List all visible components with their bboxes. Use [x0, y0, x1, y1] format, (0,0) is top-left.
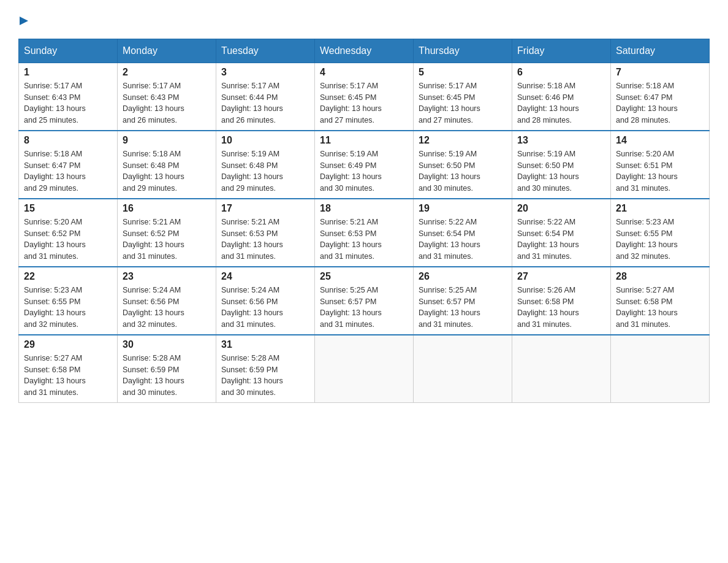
calendar-cell: 27Sunrise: 5:26 AMSunset: 6:58 PMDayligh… [512, 267, 611, 335]
calendar-cell [315, 335, 414, 403]
calendar-cell: 16Sunrise: 5:21 AMSunset: 6:52 PMDayligh… [118, 199, 216, 267]
calendar-cell: 7Sunrise: 5:18 AMSunset: 6:47 PMDaylight… [611, 63, 710, 131]
day-info: Sunrise: 5:20 AMSunset: 6:51 PMDaylight:… [616, 148, 704, 194]
calendar-cell: 8Sunrise: 5:18 AMSunset: 6:47 PMDaylight… [19, 131, 118, 199]
day-info: Sunrise: 5:19 AMSunset: 6:48 PMDaylight:… [221, 148, 309, 194]
header-monday: Monday [118, 39, 216, 63]
day-number: 12 [419, 135, 507, 146]
calendar-cell: 30Sunrise: 5:28 AMSunset: 6:59 PMDayligh… [118, 335, 216, 403]
day-number: 27 [517, 271, 605, 282]
calendar-cell: 9Sunrise: 5:18 AMSunset: 6:48 PMDaylight… [118, 131, 216, 199]
day-number: 13 [517, 135, 605, 146]
calendar-cell: 31Sunrise: 5:28 AMSunset: 6:59 PMDayligh… [216, 335, 315, 403]
day-number: 2 [123, 67, 211, 78]
day-info: Sunrise: 5:24 AMSunset: 6:56 PMDaylight:… [221, 285, 309, 331]
day-number: 29 [24, 339, 112, 350]
calendar-cell: 11Sunrise: 5:19 AMSunset: 6:49 PMDayligh… [315, 131, 414, 199]
day-number: 20 [517, 203, 605, 214]
header-thursday: Thursday [414, 39, 512, 63]
calendar-table: SundayMondayTuesdayWednesdayThursdayFrid… [18, 39, 710, 403]
day-number: 5 [419, 67, 507, 78]
calendar-cell: 21Sunrise: 5:23 AMSunset: 6:55 PMDayligh… [611, 199, 710, 267]
calendar-cell: 22Sunrise: 5:23 AMSunset: 6:55 PMDayligh… [19, 267, 118, 335]
calendar-cell [414, 335, 512, 403]
day-number: 24 [221, 271, 309, 282]
day-info: Sunrise: 5:17 AMSunset: 6:45 PMDaylight:… [320, 80, 408, 126]
calendar-cell: 5Sunrise: 5:17 AMSunset: 6:45 PMDaylight… [414, 63, 512, 131]
calendar-cell: 18Sunrise: 5:21 AMSunset: 6:53 PMDayligh… [315, 199, 414, 267]
day-info: Sunrise: 5:25 AMSunset: 6:57 PMDaylight:… [320, 285, 408, 331]
logo-arrow-wrapper [20, 15, 28, 29]
calendar-cell: 14Sunrise: 5:20 AMSunset: 6:51 PMDayligh… [611, 131, 710, 199]
header-friday: Friday [512, 39, 611, 63]
calendar-cell: 10Sunrise: 5:19 AMSunset: 6:48 PMDayligh… [216, 131, 315, 199]
calendar-week-row: 8Sunrise: 5:18 AMSunset: 6:47 PMDaylight… [19, 131, 710, 199]
day-info: Sunrise: 5:19 AMSunset: 6:49 PMDaylight:… [320, 148, 408, 194]
day-number: 11 [320, 135, 408, 146]
day-info: Sunrise: 5:18 AMSunset: 6:47 PMDaylight:… [616, 80, 704, 126]
calendar-cell: 13Sunrise: 5:19 AMSunset: 6:50 PMDayligh… [512, 131, 611, 199]
calendar-cell: 4Sunrise: 5:17 AMSunset: 6:45 PMDaylight… [315, 63, 414, 131]
calendar-week-row: 1Sunrise: 5:17 AMSunset: 6:43 PMDaylight… [19, 63, 710, 131]
day-number: 3 [221, 67, 309, 78]
day-info: Sunrise: 5:17 AMSunset: 6:45 PMDaylight:… [419, 80, 507, 126]
calendar-cell [512, 335, 611, 403]
calendar-week-row: 15Sunrise: 5:20 AMSunset: 6:52 PMDayligh… [19, 199, 710, 267]
day-number: 15 [24, 203, 112, 214]
day-info: Sunrise: 5:21 AMSunset: 6:53 PMDaylight:… [320, 216, 408, 262]
calendar-cell: 23Sunrise: 5:24 AMSunset: 6:56 PMDayligh… [118, 267, 216, 335]
calendar-cell: 1Sunrise: 5:17 AMSunset: 6:43 PMDaylight… [19, 63, 118, 131]
day-info: Sunrise: 5:21 AMSunset: 6:53 PMDaylight:… [221, 216, 309, 262]
calendar-header-row: SundayMondayTuesdayWednesdayThursdayFrid… [19, 39, 710, 63]
day-info: Sunrise: 5:25 AMSunset: 6:57 PMDaylight:… [419, 285, 507, 331]
header-tuesday: Tuesday [216, 39, 315, 63]
day-number: 21 [616, 203, 704, 214]
calendar-week-row: 29Sunrise: 5:27 AMSunset: 6:58 PMDayligh… [19, 335, 710, 403]
calendar-cell: 29Sunrise: 5:27 AMSunset: 6:58 PMDayligh… [19, 335, 118, 403]
day-info: Sunrise: 5:22 AMSunset: 6:54 PMDaylight:… [517, 216, 605, 262]
logo [18, 12, 28, 26]
calendar-cell: 2Sunrise: 5:17 AMSunset: 6:43 PMDaylight… [118, 63, 216, 131]
day-number: 25 [320, 271, 408, 282]
day-info: Sunrise: 5:27 AMSunset: 6:58 PMDaylight:… [24, 353, 112, 399]
page-header [18, 12, 710, 26]
calendar-cell: 6Sunrise: 5:18 AMSunset: 6:46 PMDaylight… [512, 63, 611, 131]
day-number: 8 [24, 135, 112, 146]
calendar-week-row: 22Sunrise: 5:23 AMSunset: 6:55 PMDayligh… [19, 267, 710, 335]
calendar-cell [611, 335, 710, 403]
day-info: Sunrise: 5:18 AMSunset: 6:46 PMDaylight:… [517, 80, 605, 126]
day-number: 16 [123, 203, 211, 214]
calendar-cell: 26Sunrise: 5:25 AMSunset: 6:57 PMDayligh… [414, 267, 512, 335]
day-info: Sunrise: 5:27 AMSunset: 6:58 PMDaylight:… [616, 285, 704, 331]
calendar-cell: 25Sunrise: 5:25 AMSunset: 6:57 PMDayligh… [315, 267, 414, 335]
calendar-cell: 17Sunrise: 5:21 AMSunset: 6:53 PMDayligh… [216, 199, 315, 267]
day-info: Sunrise: 5:28 AMSunset: 6:59 PMDaylight:… [221, 353, 309, 399]
calendar-cell: 19Sunrise: 5:22 AMSunset: 6:54 PMDayligh… [414, 199, 512, 267]
header-wednesday: Wednesday [315, 39, 414, 63]
day-info: Sunrise: 5:19 AMSunset: 6:50 PMDaylight:… [517, 148, 605, 194]
day-number: 22 [24, 271, 112, 282]
day-number: 1 [24, 67, 112, 78]
calendar-cell: 28Sunrise: 5:27 AMSunset: 6:58 PMDayligh… [611, 267, 710, 335]
header-sunday: Sunday [19, 39, 118, 63]
day-number: 6 [517, 67, 605, 78]
day-info: Sunrise: 5:22 AMSunset: 6:54 PMDaylight:… [419, 216, 507, 262]
day-info: Sunrise: 5:19 AMSunset: 6:50 PMDaylight:… [419, 148, 507, 194]
calendar-cell: 3Sunrise: 5:17 AMSunset: 6:44 PMDaylight… [216, 63, 315, 131]
day-number: 18 [320, 203, 408, 214]
header-saturday: Saturday [611, 39, 710, 63]
day-number: 14 [616, 135, 704, 146]
day-number: 28 [616, 271, 704, 282]
day-number: 7 [616, 67, 704, 78]
day-number: 23 [123, 271, 211, 282]
day-number: 9 [123, 135, 211, 146]
day-info: Sunrise: 5:24 AMSunset: 6:56 PMDaylight:… [123, 285, 211, 331]
svg-marker-0 [20, 17, 28, 25]
day-number: 4 [320, 67, 408, 78]
day-number: 26 [419, 271, 507, 282]
day-info: Sunrise: 5:23 AMSunset: 6:55 PMDaylight:… [616, 216, 704, 262]
calendar-cell: 15Sunrise: 5:20 AMSunset: 6:52 PMDayligh… [19, 199, 118, 267]
logo-arrow-icon [20, 15, 28, 26]
day-info: Sunrise: 5:20 AMSunset: 6:52 PMDaylight:… [24, 216, 112, 262]
day-info: Sunrise: 5:26 AMSunset: 6:58 PMDaylight:… [517, 285, 605, 331]
